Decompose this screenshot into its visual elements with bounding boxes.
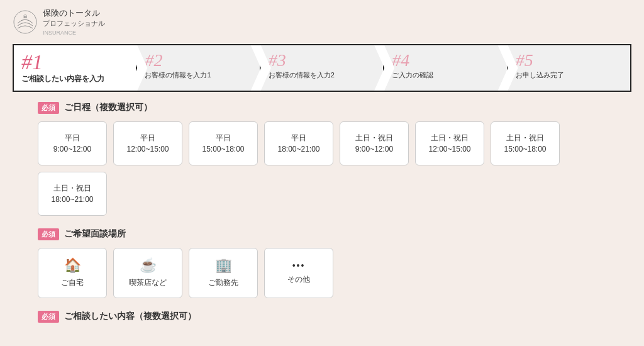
slot-line2-2: 15:00~18:00: [202, 143, 244, 155]
step-number-4: #4: [392, 52, 501, 69]
location-label-home: ご自宅: [61, 277, 84, 288]
step-number-5: #5: [516, 52, 625, 69]
slot-btn-3[interactable]: 平日 18:00~21:00: [264, 121, 333, 165]
location-label-other: その他: [287, 274, 310, 285]
slot-line2-1: 12:00~15:00: [126, 143, 169, 155]
slot-line1-4: 土日・祝日: [355, 132, 393, 143]
slot-btn-4[interactable]: 土日・祝日 9:00~12:00: [340, 121, 409, 165]
section2-title: ご希望面談場所: [64, 228, 126, 240]
header: 🏛 保険のトータル プロフェッショナル INSURANCE: [0, 0, 644, 42]
step-number-3: #3: [269, 52, 378, 69]
slot-line2-6: 15:00~18:00: [504, 143, 546, 155]
slot-line1-7: 土日・祝日: [53, 182, 91, 194]
step-tabs: #1 ご相談したい内容を入力 #2 お客様の情報を入力1 #3 お客様の情報を入…: [13, 44, 631, 92]
required-badge-1: 必須: [38, 102, 59, 114]
home-icon: 🏠: [64, 257, 81, 274]
step-tab-2[interactable]: #2 お客様の情報を入力1: [137, 45, 260, 91]
logo-emblem: 🏛: [13, 9, 38, 35]
slot-line1-6: 土日・祝日: [506, 132, 544, 143]
location-btn-home[interactable]: 🏠 ご自宅: [38, 248, 107, 298]
slot-btn-1[interactable]: 平日 12:00~15:00: [113, 121, 182, 165]
content-area: 必須 ご日程（複数選択可） 平日 9:00~12:00 平日 12:00~15:…: [0, 102, 644, 323]
location-btn-cafe[interactable]: ☕ 喫茶店など: [113, 248, 182, 298]
step-tab-5[interactable]: #5 お申し込み完了: [508, 45, 630, 91]
step-label-5: お申し込み完了: [516, 70, 625, 79]
location-label-office: ご勤務先: [208, 277, 238, 288]
location-grid: 🏠 ご自宅 ☕ 喫茶店など 🏢 ご勤務先 ••• その他: [38, 248, 606, 298]
slot-line1-2: 平日: [216, 132, 231, 143]
slot-line2-0: 9:00~12:00: [53, 143, 91, 155]
location-btn-office[interactable]: 🏢 ご勤務先: [189, 248, 258, 298]
svg-text:🏛: 🏛: [23, 14, 28, 19]
location-label-cafe: 喫茶店など: [129, 277, 167, 288]
slot-btn-0[interactable]: 平日 9:00~12:00: [38, 121, 107, 165]
cafe-icon: ☕: [140, 257, 157, 274]
slot-line1-0: 平日: [65, 132, 80, 143]
step-tab-3[interactable]: #3 お客様の情報を入力2: [261, 45, 384, 91]
slot-line1-1: 平日: [140, 132, 155, 143]
section1-title: ご日程（複数選択可）: [64, 102, 152, 113]
section3-header: 必須 ご相談したい内容（複数選択可）: [38, 311, 606, 323]
step-label-2: お客様の情報を入力1: [145, 70, 254, 79]
slot-btn-7[interactable]: 土日・祝日 18:00~21:00: [38, 172, 107, 216]
slot-line1-5: 土日・祝日: [431, 132, 469, 143]
step-number-2: #2: [145, 52, 254, 69]
step-tab-1[interactable]: #1 ご相談したい内容を入力: [14, 45, 137, 91]
step-tab-4[interactable]: #4 ご入力の確認: [384, 45, 508, 91]
step-label-4: ご入力の確認: [392, 70, 501, 79]
logo: 🏛 保険のトータル プロフェッショナル INSURANCE: [13, 8, 105, 36]
step-label-3: お客様の情報を入力2: [269, 70, 378, 79]
location-btn-other[interactable]: ••• その他: [264, 248, 333, 298]
slot-line1-3: 平日: [291, 132, 306, 143]
required-badge-2: 必須: [38, 228, 59, 240]
step-number-1: #1: [21, 52, 131, 73]
slot-btn-5[interactable]: 土日・祝日 12:00~15:00: [415, 121, 484, 165]
office-icon: 🏢: [215, 257, 232, 274]
slot-line2-4: 9:00~12:00: [355, 143, 393, 155]
other-icon: •••: [292, 260, 306, 271]
section1-header: 必須 ご日程（複数選択可）: [38, 102, 606, 114]
slot-btn-2[interactable]: 平日 15:00~18:00: [189, 121, 258, 165]
slots-grid: 平日 9:00~12:00 平日 12:00~15:00 平日 15:00~18…: [38, 121, 606, 216]
required-badge-3: 必須: [38, 311, 59, 323]
section3-title: ご相談したい内容（複数選択可）: [64, 311, 196, 322]
slot-line2-7: 18:00~21:00: [51, 194, 93, 205]
section2-header: 必須 ご希望面談場所: [38, 228, 606, 240]
slot-line2-5: 12:00~15:00: [428, 143, 470, 155]
step-label-1: ご相談したい内容を入力: [21, 74, 131, 84]
logo-text: 保険のトータル プロフェッショナル INSURANCE: [43, 8, 105, 36]
slot-line2-3: 18:00~21:00: [277, 143, 319, 155]
slot-btn-6[interactable]: 土日・祝日 15:00~18:00: [491, 121, 560, 165]
